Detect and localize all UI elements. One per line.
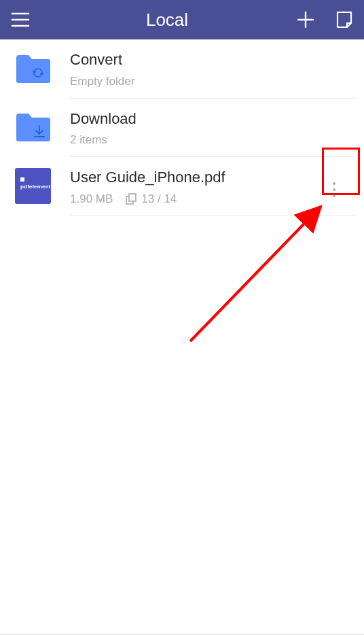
- list-item[interactable]: pdfelement User Guide_iPhone.pdf 1.90 MB…: [0, 157, 364, 216]
- file-pages: 13 / 14: [141, 192, 177, 206]
- file-thumbnail: pdfelement: [15, 168, 51, 204]
- list-item[interactable]: Convert Empty folder: [0, 39, 364, 99]
- item-name: User Guide_iPhone.pdf: [70, 168, 356, 187]
- svg-point-9: [333, 182, 335, 185]
- folder-icon: [15, 109, 51, 145]
- svg-line-12: [190, 207, 321, 341]
- menu-icon[interactable]: [11, 12, 30, 27]
- svg-point-11: [333, 194, 335, 197]
- app-header: Local: [0, 0, 364, 39]
- note-icon[interactable]: [335, 10, 353, 29]
- more-options-button[interactable]: [319, 172, 349, 207]
- page-title: Local: [38, 10, 296, 31]
- item-name: Download: [70, 109, 356, 128]
- item-name: Convert: [70, 50, 356, 69]
- more-vertical-icon: [332, 181, 336, 199]
- annotation-arrow: [185, 196, 331, 347]
- file-list: Convert Empty folder Download 2 items: [0, 39, 364, 216]
- file-size: 1.90 MB: [70, 192, 113, 206]
- add-icon[interactable]: [296, 10, 315, 29]
- item-subtitle: Empty folder: [70, 75, 134, 88]
- svg-point-10: [333, 188, 335, 191]
- pages-icon: [125, 193, 137, 205]
- svg-rect-8: [129, 194, 136, 201]
- item-subtitle: 2 items: [70, 133, 107, 147]
- list-item[interactable]: Download 2 items: [0, 99, 364, 158]
- folder-icon: [15, 50, 51, 86]
